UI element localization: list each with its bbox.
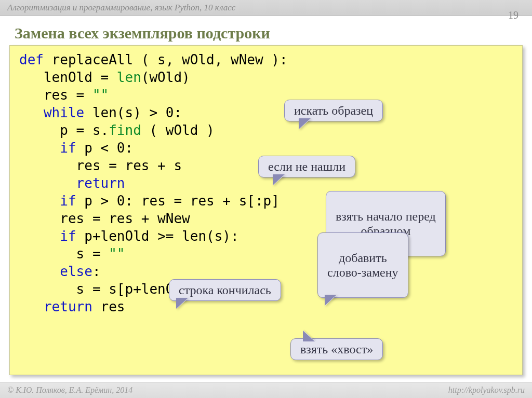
code-block: def replaceAll ( s, wOld, wNew ): lenOld… [9, 45, 523, 375]
code-text: (wOld) [141, 70, 190, 85]
code-text [19, 299, 44, 314]
code-text: ( wOld ) [141, 122, 215, 138]
page-number: 19 [508, 9, 518, 21]
callout-text: если не нашли [268, 160, 345, 173]
code-text: p+lenOld >= len(s): [76, 228, 239, 244]
code-text: replaceAll ( s, wOld, wNew ): [44, 52, 288, 67]
kw-def: def [19, 52, 44, 67]
callout-tail-icon [303, 331, 315, 341]
code-text: s = [19, 246, 109, 262]
page-title: Замена всех экземпляров подстроки [0, 16, 532, 45]
footer-link: http://kpolyakov.spb.ru [448, 385, 525, 396]
code-text: len(s) > 0: [84, 105, 182, 120]
kw-while: while [44, 105, 84, 120]
callout-not-found: если не нашли [258, 156, 355, 177]
callout-text: искать образец [294, 104, 373, 117]
fn-len: len [117, 70, 141, 85]
kw-if: if [60, 140, 76, 156]
callout-tail-icon [299, 119, 311, 129]
code-text: res [92, 299, 125, 314]
code-text: lenOld = [19, 70, 117, 85]
footer: © К.Ю. Поляков, Е.А. Ерёмин, 2014 http:/… [0, 382, 532, 398]
callout-take-tail: взять «хвост» [290, 338, 383, 360]
callout-text: взять «хвост» [300, 342, 373, 356]
code-text: : [92, 264, 101, 279]
kw-return: return [76, 175, 125, 191]
code-text: res = res + s [19, 158, 182, 173]
breadcrumb: Алгоритмизация и программирование, язык … [0, 0, 532, 16]
code-text: p > 0: res = res + s[:p] [76, 193, 280, 209]
code-text [19, 193, 60, 209]
callout-text: добавить слово-замену [327, 251, 398, 279]
copyright: © К.Ю. Поляков, Е.А. Ерёмин, 2014 [7, 385, 132, 396]
kw-else: else [60, 264, 92, 279]
code-text [19, 175, 76, 191]
callout-tail-icon [325, 295, 337, 306]
callout-tail-icon [273, 175, 285, 185]
callout-text: строка кончилась [179, 283, 271, 297]
str-empty: "" [109, 246, 125, 262]
code-text [19, 140, 60, 156]
code-text [19, 228, 60, 244]
callout-add-replacement: добавить слово-замену [317, 232, 408, 298]
kw-return: return [44, 299, 92, 314]
code-text [19, 264, 60, 279]
code-text: res = [19, 87, 92, 103]
code-text: p < 0: [76, 140, 134, 156]
fn-find: find [109, 122, 141, 138]
kw-if: if [60, 193, 76, 209]
code-text [19, 105, 44, 120]
code-text: res = res + wNew [19, 211, 190, 226]
code-text: p = s. [19, 122, 109, 138]
callout-tail-icon [177, 298, 188, 309]
callout-search-pattern: искать образец [284, 100, 383, 121]
kw-if: if [60, 228, 76, 244]
str-empty: "" [92, 87, 109, 103]
callout-string-ended: строка кончилась [169, 279, 281, 301]
